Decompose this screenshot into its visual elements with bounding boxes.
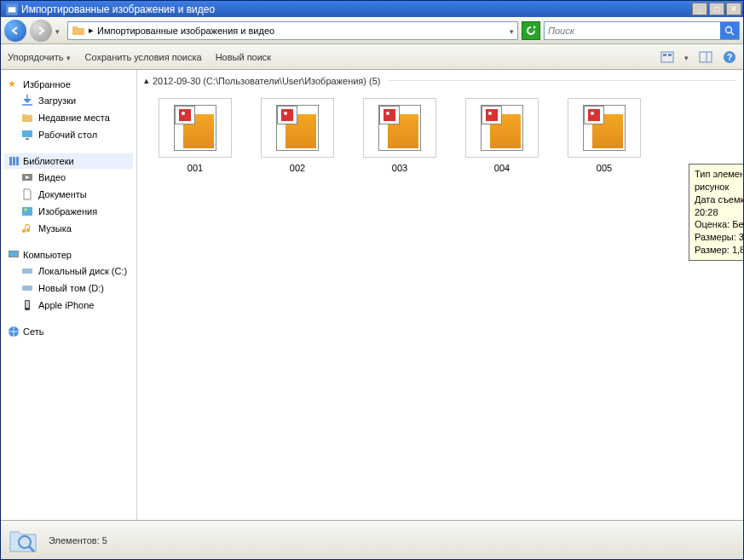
file-item[interactable]: 001 <box>154 95 236 176</box>
view-mode-icon[interactable] <box>660 50 674 64</box>
file-name: 002 <box>290 163 305 173</box>
sidebar-computer-header[interactable]: Компьютер <box>4 247 133 263</box>
sidebar-network-header[interactable]: Сеть <box>4 324 133 339</box>
folder-icon <box>72 24 85 38</box>
svg-rect-20 <box>9 251 18 257</box>
group-header[interactable]: ▴ 2012-09-30 (C:\Пользователи\User\Изобр… <box>137 70 743 91</box>
sidebar-item-label: Локальный диск (C:) <box>38 266 127 276</box>
breadcrumb-sep: ▸ <box>89 25 94 36</box>
tooltip-type: Тип элемента: JPEG-рисунок <box>695 168 743 193</box>
file-item[interactable]: 002 <box>257 95 338 176</box>
collapse-icon[interactable]: ▴ <box>144 75 149 86</box>
titlebar[interactable]: Импортированные изображения и видео _ □ … <box>1 1 743 17</box>
status-count: Элементов: 5 <box>49 535 107 546</box>
file-thumbnail <box>568 98 641 158</box>
save-search-label: Сохранить условия поиска <box>84 52 201 62</box>
view-dropdown[interactable] <box>684 52 689 62</box>
device-icon <box>21 299 33 311</box>
organize-menu[interactable]: Упорядочить <box>8 52 71 62</box>
file-thumbnail <box>261 98 334 158</box>
doc-icon <box>21 188 33 200</box>
minimize-button[interactable]: _ <box>692 3 707 15</box>
explorer-window: Импортированные изображения и видео _ □ … <box>0 0 744 560</box>
preview-pane-icon[interactable] <box>699 50 712 64</box>
file-thumbnail <box>159 98 232 158</box>
svg-rect-7 <box>700 52 712 62</box>
svg-point-29 <box>284 112 287 115</box>
sidebar-item-iphone[interactable]: Apple iPhone <box>4 297 133 314</box>
svg-rect-14 <box>13 157 15 165</box>
file-item[interactable]: 003 <box>359 95 441 176</box>
sidebar-favorites-header[interactable]: ★ Избранное <box>4 77 133 92</box>
app-icon <box>6 3 18 15</box>
close-button[interactable]: × <box>726 3 741 15</box>
new-search-label: Новый поиск <box>216 52 272 62</box>
file-thumbnail <box>363 98 436 158</box>
search-folder-icon <box>8 525 38 556</box>
sidebar-item-label: Недавние места <box>38 113 110 123</box>
file-item[interactable]: 004 <box>461 95 543 176</box>
sidebar-item-label: Документы <box>38 189 87 199</box>
image-icon <box>21 205 33 217</box>
disk-icon <box>21 282 33 294</box>
address-bar[interactable]: ▸ Импортированные изображения и видео <box>67 21 518 40</box>
sidebar-item-desktop[interactable]: Рабочий стол <box>4 126 133 143</box>
back-button[interactable] <box>4 20 26 42</box>
chevron-down-icon <box>66 52 71 62</box>
download-icon <box>21 95 33 107</box>
sidebar-item-disk-c[interactable]: Локальный диск (C:) <box>4 263 133 280</box>
svg-point-2 <box>726 26 732 32</box>
file-name: 004 <box>494 163 510 173</box>
tooltip-dimensions: Размеры: 3264 x 2448 <box>695 231 743 244</box>
sidebar-item-downloads[interactable]: Загрузки <box>4 92 133 109</box>
computer-label: Компьютер <box>23 250 72 260</box>
svg-rect-15 <box>16 157 19 165</box>
image-badge-icon <box>179 109 191 121</box>
sidebar-item-disk-d[interactable]: Новый том (D:) <box>4 280 133 297</box>
file-item[interactable]: 005 <box>563 95 645 176</box>
file-name: 005 <box>597 163 612 173</box>
new-search-button[interactable]: Новый поиск <box>216 52 272 62</box>
search-button[interactable] <box>720 22 739 39</box>
svg-point-27 <box>182 112 185 115</box>
desktop-icon <box>21 129 33 141</box>
tooltip-size: Размер: 1,80 МБ <box>695 244 743 257</box>
recent-icon <box>21 112 33 124</box>
forward-button[interactable] <box>30 20 52 42</box>
svg-rect-4 <box>661 52 673 62</box>
group-separator-line <box>389 80 736 81</box>
disk-icon <box>21 265 33 277</box>
sidebar-item-label: Музыка <box>38 223 72 234</box>
svg-rect-12 <box>26 138 29 140</box>
image-badge-icon <box>384 109 395 121</box>
music-icon <box>21 222 33 234</box>
save-search-button[interactable]: Сохранить условия поиска <box>84 52 201 62</box>
svg-rect-28 <box>281 109 293 121</box>
refresh-button[interactable] <box>522 21 540 40</box>
arrow-right-icon <box>36 26 46 36</box>
svg-point-33 <box>488 112 492 115</box>
svg-rect-1 <box>9 7 16 12</box>
file-name: 003 <box>392 163 407 173</box>
sidebar-libraries-header[interactable]: Библиотеки <box>4 153 133 169</box>
sidebar-item-music[interactable]: Музыка <box>4 220 133 237</box>
svg-point-35 <box>591 112 594 115</box>
sidebar-item-label: Рабочий стол <box>38 130 97 140</box>
group-header-text: 2012-09-30 (C:\Пользователи\User\Изображ… <box>153 76 380 86</box>
search-input[interactable] <box>545 26 720 36</box>
file-list-pane[interactable]: ▴ 2012-09-30 (C:\Пользователи\User\Изобр… <box>137 70 743 520</box>
address-dropdown[interactable] <box>510 26 514 36</box>
svg-rect-26 <box>179 109 191 121</box>
breadcrumb-text[interactable]: Импортированные изображения и видео <box>97 26 506 36</box>
sidebar-item-recent[interactable]: Недавние места <box>4 109 133 126</box>
sidebar-item-documents[interactable]: Документы <box>4 186 133 203</box>
search-box <box>544 21 740 40</box>
help-icon[interactable]: ? <box>723 50 736 64</box>
maximize-button[interactable]: □ <box>709 3 724 15</box>
nav-history-dropdown[interactable] <box>55 26 64 36</box>
sidebar-item-videos[interactable]: Видео <box>4 169 133 186</box>
svg-point-18 <box>25 209 27 211</box>
refresh-icon <box>525 25 537 37</box>
sidebar-item-pictures[interactable]: Изображения <box>4 203 133 220</box>
content-area: ★ Избранное Загрузки Недавние места Рабо… <box>1 70 743 520</box>
